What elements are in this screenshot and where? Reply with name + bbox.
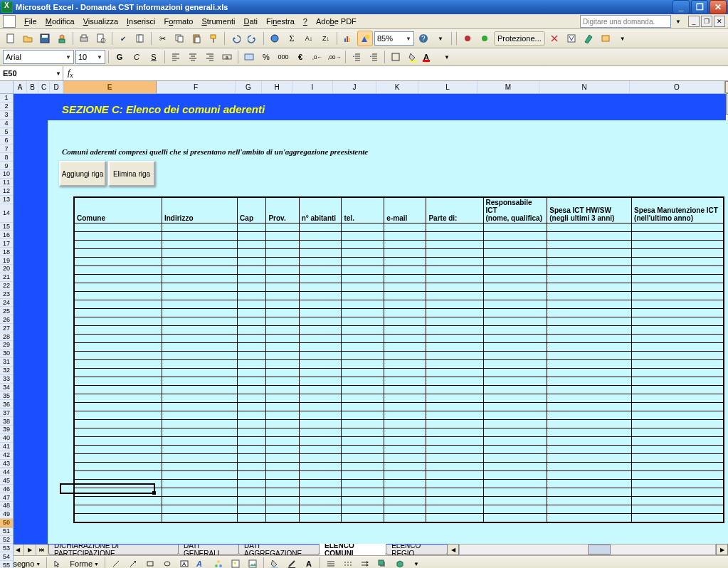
increase-indent-button[interactable] <box>366 49 381 65</box>
table-row[interactable] <box>75 437 724 446</box>
table-row[interactable] <box>75 420 724 428</box>
lock-aspect-button[interactable] <box>547 31 562 46</box>
record-macro-button[interactable] <box>460 31 475 46</box>
table-row[interactable] <box>75 223 724 232</box>
open-button[interactable] <box>20 31 36 46</box>
row-header-52[interactable]: 52 <box>0 536 13 545</box>
row-header-41[interactable]: 41 <box>0 443 13 451</box>
table-row[interactable] <box>75 292 724 300</box>
column-header-E[interactable]: E <box>63 81 157 93</box>
column-header-B[interactable]: B <box>27 81 38 93</box>
menu-file[interactable]: File <box>24 17 37 26</box>
underline-button[interactable]: S <box>146 49 162 65</box>
help-button[interactable]: ? <box>416 31 431 46</box>
controls-button[interactable] <box>598 31 613 46</box>
table-row[interactable] <box>75 232 724 241</box>
name-box[interactable]: E50 ▼ <box>0 66 63 80</box>
horizontal-scrollbar[interactable]: ◀ ▶ <box>447 544 728 555</box>
table-row[interactable] <box>75 471 724 480</box>
scroll-up-button[interactable]: ▲ <box>725 81 728 93</box>
decrease-indent-button[interactable] <box>349 49 364 65</box>
fill-color-button[interactable] <box>405 49 421 65</box>
print-preview-button[interactable] <box>93 31 109 46</box>
row-header-19[interactable]: 19 <box>0 256 13 265</box>
print-button[interactable] <box>76 31 92 46</box>
drawing-toggle-button[interactable] <box>357 31 373 46</box>
column-header-L[interactable]: L <box>418 81 478 93</box>
menu-formato[interactable]: Formato <box>164 17 193 26</box>
increase-decimal-button[interactable]: ,0← <box>310 49 325 65</box>
row-header-47[interactable]: 47 <box>0 493 13 502</box>
table-row[interactable] <box>75 326 724 335</box>
sheet-tab[interactable]: ELENCO COMUNI <box>319 544 386 555</box>
menu-strumenti[interactable]: Strumenti <box>201 17 235 26</box>
decrease-decimal-button[interactable]: ,00→ <box>327 49 342 65</box>
row-header-49[interactable]: 49 <box>0 510 13 519</box>
row-header-35[interactable]: 35 <box>0 391 13 400</box>
column-header-G[interactable]: G <box>236 81 262 93</box>
table-row[interactable] <box>75 266 724 275</box>
window-restore-button[interactable]: ❐ <box>691 0 708 14</box>
menu-dati[interactable]: Dati <box>243 17 258 26</box>
row-header-24[interactable]: 24 <box>0 299 13 307</box>
table-row[interactable] <box>75 300 724 309</box>
mdi-close-button[interactable]: ✕ <box>714 16 725 27</box>
hscroll-left-button[interactable]: ◀ <box>447 544 459 555</box>
row-header-31[interactable]: 31 <box>0 358 13 367</box>
row-header-46[interactable]: 46 <box>0 485 13 493</box>
window-close-button[interactable]: ✕ <box>709 0 727 14</box>
table-row[interactable] <box>75 497 724 505</box>
font-combo[interactable]: Arial ▼ <box>3 50 74 64</box>
toolbar-options-button-2[interactable]: ▼ <box>615 31 631 46</box>
table-row[interactable] <box>75 488 724 497</box>
row-header-12[interactable]: 12 <box>0 187 13 196</box>
table-row[interactable] <box>75 258 724 266</box>
table-row[interactable] <box>75 241 724 249</box>
save-button[interactable] <box>37 31 53 46</box>
table-row[interactable] <box>75 283 724 292</box>
row-header-21[interactable]: 21 <box>0 273 13 282</box>
question-dropdown[interactable]: ▼ <box>675 19 681 25</box>
row-header-53[interactable]: 53 <box>0 544 13 552</box>
row-header-36[interactable]: 36 <box>0 400 13 409</box>
comuni-table[interactable]: ComuneIndirizzoCapProv.n° abitantitel.e-… <box>73 196 724 523</box>
row-header-11[interactable]: 11 <box>0 179 13 187</box>
row-header-48[interactable]: 48 <box>0 502 13 510</box>
row-header-9[interactable]: 9 <box>0 162 13 170</box>
paste-button[interactable] <box>189 31 204 46</box>
italic-button[interactable]: C <box>129 49 144 65</box>
table-row[interactable] <box>75 360 724 369</box>
euro-button[interactable]: € <box>292 49 308 65</box>
row-header-16[interactable]: 16 <box>0 231 13 239</box>
percent-button[interactable]: % <box>258 49 274 65</box>
row-header-39[interactable]: 39 <box>0 426 13 434</box>
table-row[interactable] <box>75 514 724 522</box>
column-header-D[interactable]: D <box>50 81 63 93</box>
column-header-K[interactable]: K <box>376 81 418 93</box>
menu-modifica[interactable]: Modifica <box>46 17 75 26</box>
toolbar-options-button[interactable]: ▼ <box>433 31 448 46</box>
row-header-51[interactable]: 51 <box>0 527 13 536</box>
elimina-riga-button[interactable]: Elimina riga <box>108 161 155 186</box>
mdi-minimize-button[interactable]: _ <box>688 16 700 27</box>
spreadsheet-grid[interactable]: ABCDEFGHIJKLMNO 123456789101112131415161… <box>0 81 728 543</box>
row-header-34[interactable]: 34 <box>0 384 13 392</box>
menu-visualizza[interactable]: Visualizza <box>83 17 118 26</box>
row-header-13[interactable]: 13 <box>0 196 13 204</box>
currency-button[interactable] <box>241 49 257 65</box>
table-row[interactable] <box>75 411 724 420</box>
row-header-18[interactable]: 18 <box>0 248 13 256</box>
row-header-17[interactable]: 17 <box>0 239 13 248</box>
table-row[interactable] <box>75 463 724 471</box>
column-headers[interactable]: ABCDEFGHIJKLMNO <box>0 81 724 94</box>
row-header-26[interactable]: 26 <box>0 315 13 324</box>
zoom-combo[interactable]: 85% ▼ <box>374 31 414 46</box>
row-header-29[interactable]: 29 <box>0 341 13 349</box>
row-header-10[interactable]: 10 <box>0 170 13 179</box>
row-header-55[interactable]: 55 <box>0 561 13 568</box>
worksheet-icon[interactable] <box>3 15 16 28</box>
row-header-28[interactable]: 28 <box>0 332 13 341</box>
row-header-23[interactable]: 23 <box>0 290 13 299</box>
menu-adobe-pdf[interactable]: Adobe PDF <box>316 17 357 26</box>
row-header-6[interactable]: 6 <box>0 136 13 144</box>
